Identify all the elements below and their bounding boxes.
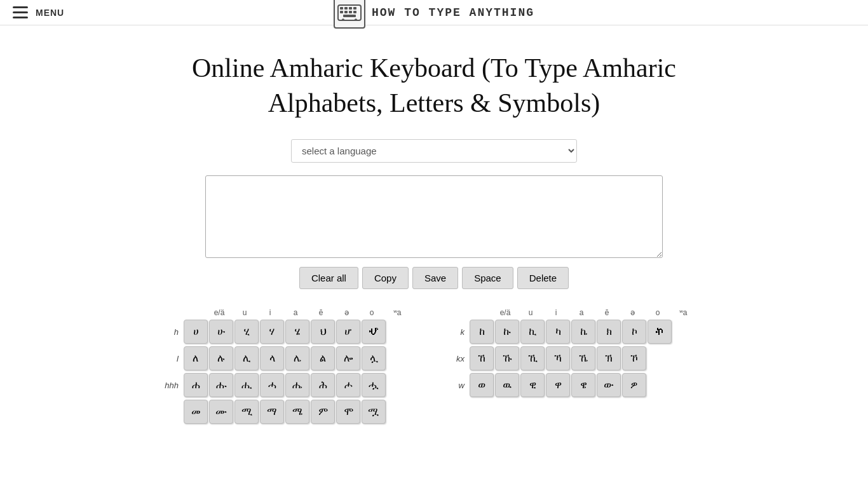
left-row-label-2: hhh	[161, 381, 184, 390]
svg-rect-9	[343, 15, 356, 17]
right-key-0-3[interactable]: ካ	[546, 320, 570, 344]
right-key-0-7[interactable]: ኯ	[648, 320, 672, 344]
left-key-0-4[interactable]: ሄ	[285, 320, 309, 344]
language-select[interactable]: select a language	[291, 139, 577, 163]
logo-text: HOW TO TYPE ANYTHING	[372, 6, 534, 19]
left-key-1-5[interactable]: ል	[311, 346, 335, 370]
left-key-2-3[interactable]: ሓ	[260, 373, 284, 397]
left-key-3-7[interactable]: ሟ	[362, 400, 386, 424]
delete-button[interactable]: Delete	[517, 267, 569, 289]
copy-button[interactable]: Copy	[362, 267, 409, 289]
right-key-2-3[interactable]: ዋ	[546, 373, 570, 397]
right-key-1-1[interactable]: ኹ	[495, 346, 519, 370]
left-key-1-2[interactable]: ሊ	[234, 346, 259, 370]
right-key-2-2[interactable]: ዊ	[520, 373, 545, 397]
left-key-2-7[interactable]: ሗ	[362, 373, 386, 397]
left-key-2-6[interactable]: ሖ	[336, 373, 360, 397]
left-key-3-2[interactable]: ሚ	[234, 400, 259, 424]
left-key-3-0[interactable]: መ	[184, 400, 208, 424]
right-key-1-2[interactable]: ኺ	[520, 346, 545, 370]
svg-rect-3	[349, 7, 352, 10]
left-header-2: i	[257, 308, 283, 317]
left-key-0-2[interactable]: ሂ	[234, 320, 259, 344]
space-button[interactable]: Space	[462, 267, 513, 289]
left-key-1-6[interactable]: ሎ	[336, 346, 360, 370]
left-key-row-2: hhhሐሑሒሓሔሕሖሗ	[161, 373, 421, 397]
text-input[interactable]	[205, 175, 663, 258]
svg-rect-1	[340, 7, 343, 10]
right-key-2-5[interactable]: ው	[597, 373, 621, 397]
left-key-3-6[interactable]: ሞ	[336, 400, 360, 424]
page-title: Online Amharic Keyboard (To Type Amharic…	[154, 51, 714, 120]
left-key-0-3[interactable]: ሃ	[260, 320, 284, 344]
right-key-2-1[interactable]: ዉ	[495, 373, 519, 397]
left-key-0-1[interactable]: ሁ	[209, 320, 233, 344]
svg-rect-2	[344, 7, 348, 10]
left-row-label-1: l	[161, 354, 184, 363]
left-key-0-7[interactable]: ሇ	[362, 320, 386, 344]
left-key-0-5[interactable]: ህ	[311, 320, 335, 344]
svg-rect-8	[353, 11, 356, 13]
left-header-4: ē	[308, 308, 334, 317]
right-key-row-2: wወዉዊዋዌውዎ	[447, 373, 707, 397]
left-key-2-4[interactable]: ሔ	[285, 373, 309, 397]
left-key-0-0[interactable]: ሀ	[184, 320, 208, 344]
left-header-5: ə	[334, 308, 359, 317]
clear-all-button[interactable]: Clear all	[299, 267, 358, 289]
right-header-5: ə	[620, 308, 645, 317]
left-key-1-3[interactable]: ላ	[260, 346, 284, 370]
left-header-0: e/ä	[207, 308, 232, 317]
right-key-1-5[interactable]: ኽ	[597, 346, 621, 370]
left-key-2-5[interactable]: ሕ	[311, 373, 335, 397]
left-key-3-3[interactable]: ማ	[260, 400, 284, 424]
right-key-0-2[interactable]: ኪ	[520, 320, 545, 344]
right-key-0-6[interactable]: ኮ	[622, 320, 646, 344]
right-key-2-4[interactable]: ዌ	[571, 373, 595, 397]
left-key-1-0[interactable]: ለ	[184, 346, 208, 370]
keyboard-right: e/ä u i a ē ə o ʷa kከኩኪካኬክኮኯkxኸኹኺኻኼኽኾwወዉ…	[447, 308, 707, 426]
left-key-2-2[interactable]: ሒ	[234, 373, 259, 397]
right-key-0-1[interactable]: ኩ	[495, 320, 519, 344]
menu-label[interactable]: MENU	[36, 8, 64, 18]
right-key-0-5[interactable]: ክ	[597, 320, 621, 344]
right-key-empty-3-1	[496, 400, 522, 424]
left-key-2-1[interactable]: ሑ	[209, 373, 233, 397]
right-header-row: e/ä u i a ē ə o ʷa	[447, 308, 707, 317]
right-key-empty-3-0	[470, 400, 495, 424]
keyboard-left: e/ä u i a ē ə o ʷa hሀሁሂሃሄህሆሇlለሉሊላሌልሎሏhhh…	[161, 308, 421, 426]
left-key-2-0[interactable]: ሐ	[184, 373, 208, 397]
right-key-1-0[interactable]: ኸ	[470, 346, 494, 370]
right-key-1-4[interactable]: ኼ	[571, 346, 595, 370]
right-key-empty-1-7	[648, 346, 673, 370]
left-key-1-7[interactable]: ሏ	[362, 346, 386, 370]
right-key-row-3	[447, 400, 707, 424]
keyboard-section: e/ä u i a ē ə o ʷa hሀሁሂሃሄህሆሇlለሉሊላሌልሎሏhhh…	[154, 308, 714, 426]
language-select-wrapper: select a language	[154, 139, 714, 163]
left-key-3-1[interactable]: ሙ	[209, 400, 233, 424]
site-header: MENU HOW TO TYPE ANYTHING	[0, 0, 868, 25]
left-key-rows: hሀሁሂሃሄህሆሇlለሉሊላሌልሎሏhhhሐሑሒሓሔሕሖሗመሙሚማሜምሞሟ	[161, 320, 421, 424]
right-key-empty-3-4	[576, 400, 602, 424]
right-key-0-4[interactable]: ኬ	[571, 320, 595, 344]
left-key-3-4[interactable]: ሜ	[285, 400, 309, 424]
right-key-1-6[interactable]: ኾ	[622, 346, 646, 370]
right-key-2-0[interactable]: ወ	[470, 373, 494, 397]
left-key-1-4[interactable]: ሌ	[285, 346, 309, 370]
right-key-2-6[interactable]: ዎ	[622, 373, 646, 397]
right-header-7: ʷa	[670, 308, 696, 317]
main-content: Online Amharic Keyboard (To Type Amharic…	[142, 25, 726, 439]
left-header-6: o	[359, 308, 384, 317]
left-key-row-0: hሀሁሂሃሄህሆሇ	[161, 320, 421, 344]
menu-button[interactable]	[13, 6, 28, 18]
left-key-1-1[interactable]: ሉ	[209, 346, 233, 370]
left-key-3-5[interactable]: ም	[311, 400, 335, 424]
left-key-0-6[interactable]: ሆ	[336, 320, 360, 344]
svg-rect-6	[344, 11, 348, 13]
action-buttons-row: Clear all Copy Save Space Delete	[154, 267, 714, 289]
right-key-1-3[interactable]: ኻ	[546, 346, 570, 370]
save-button[interactable]: Save	[412, 267, 458, 289]
right-key-row-1: kxኸኹኺኻኼኽኾ	[447, 346, 707, 370]
right-header-2: i	[543, 308, 569, 317]
right-key-0-0[interactable]: ከ	[470, 320, 494, 344]
right-key-rows: kከኩኪካኬክኮኯkxኸኹኺኻኼኽኾwወዉዊዋዌውዎ	[447, 320, 707, 424]
